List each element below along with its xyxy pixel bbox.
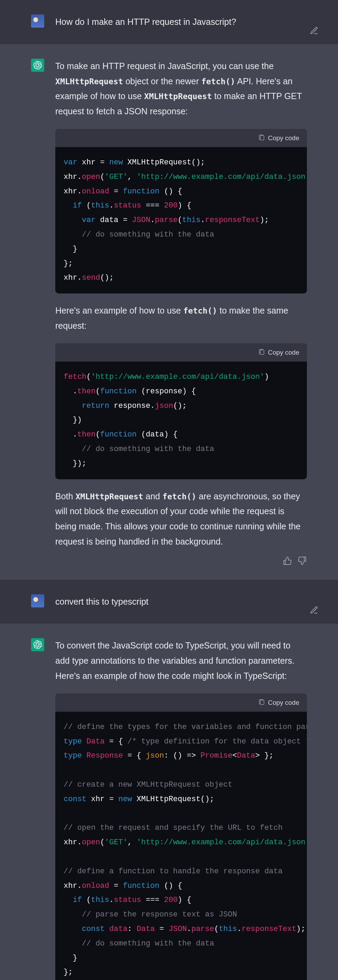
assistant-paragraph: To make an HTTP request in JavaScript, y… (55, 59, 307, 119)
svg-rect-2 (261, 700, 264, 705)
svg-rect-1 (261, 350, 264, 355)
code-content: // define the types for the variables an… (55, 712, 307, 980)
inline-code: XMLHttpRequest (144, 92, 212, 101)
message-content: How do I make an HTTP request in Javascr… (55, 14, 307, 30)
inline-code: fetch() (201, 77, 235, 86)
assistant-avatar (31, 638, 44, 651)
code-content: fetch('http://www.example.com/api/data.j… (55, 361, 307, 479)
edit-icon[interactable] (310, 606, 319, 615)
code-content: var xhr = new XMLHttpRequest(); xhr.open… (55, 147, 307, 294)
inline-code: XMLHttpRequest (75, 492, 143, 501)
code-block: Copy code // define the types for the va… (55, 694, 307, 980)
user-text: convert this to typescript (55, 594, 307, 609)
code-block: Copy code fetch('http://www.example.com/… (55, 343, 307, 479)
message-content: convert this to typescript (55, 594, 307, 609)
code-block: Copy code var xhr = new XMLHttpRequest()… (55, 129, 307, 294)
inline-code: XMLHttpRequest (55, 77, 123, 86)
user-avatar (31, 594, 44, 608)
assistant-message: To make an HTTP request in JavaScript, y… (0, 44, 338, 580)
copy-code-button[interactable]: Copy code (268, 697, 299, 708)
code-header: Copy code (55, 343, 307, 361)
inline-code: fetch() (183, 306, 217, 315)
assistant-avatar (31, 59, 44, 72)
copy-code-button[interactable]: Copy code (268, 132, 299, 144)
copy-code-button[interactable]: Copy code (268, 347, 299, 358)
message-content: To convert the JavaScript code to TypeSc… (55, 638, 307, 980)
edit-icon[interactable] (310, 26, 319, 35)
clipboard-icon[interactable] (258, 699, 265, 706)
code-header: Copy code (55, 129, 307, 147)
code-header: Copy code (55, 694, 307, 712)
inline-code: fetch() (163, 492, 196, 501)
feedback-actions (55, 556, 307, 565)
clipboard-icon[interactable] (258, 349, 265, 356)
user-message: convert this to typescript (0, 580, 338, 624)
thumbs-up-icon[interactable] (283, 556, 292, 565)
user-avatar (31, 14, 44, 28)
thumbs-down-icon[interactable] (298, 556, 307, 565)
message-content: To make an HTTP request in JavaScript, y… (55, 59, 307, 565)
clipboard-icon[interactable] (258, 134, 265, 141)
svg-rect-0 (261, 136, 264, 140)
user-message: How do I make an HTTP request in Javascr… (0, 0, 338, 44)
assistant-paragraph: Both XMLHttpRequest and fetch() are asyn… (55, 489, 307, 549)
assistant-paragraph: To convert the JavaScript code to TypeSc… (55, 638, 307, 683)
user-text: How do I make an HTTP request in Javascr… (55, 14, 307, 30)
assistant-message: To convert the JavaScript code to TypeSc… (0, 624, 338, 980)
assistant-paragraph: Here's an example of how to use fetch() … (55, 303, 307, 334)
